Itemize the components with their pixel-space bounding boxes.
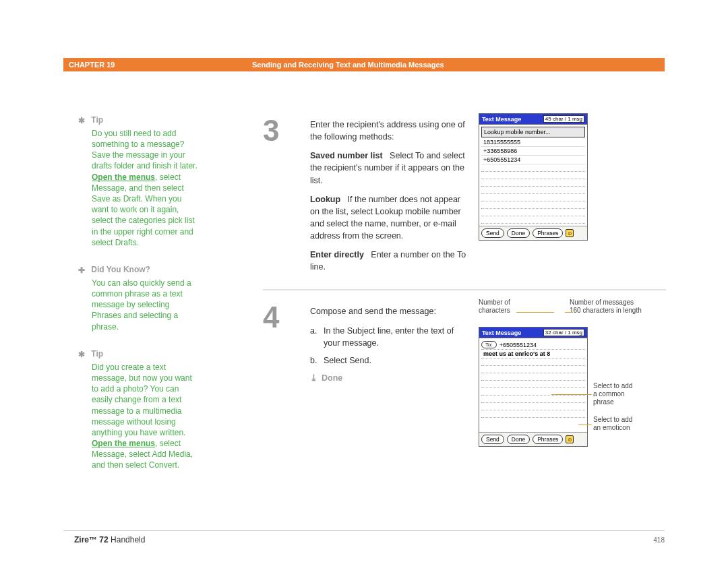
number-row[interactable]: 18315555555: [481, 138, 585, 147]
annotation-phrase: Select to add a common phrase: [593, 382, 632, 406]
open-menus-link[interactable]: Open the menus: [92, 173, 155, 182]
send-button[interactable]: Send: [481, 435, 504, 444]
char-counter: 32 char / 1 msg: [543, 329, 584, 336]
annotation-msgs: Number of messages160 characters in leng…: [570, 299, 642, 315]
footer-rule: [63, 530, 665, 531]
step-text: Compose and send the message: a.In the S…: [310, 300, 479, 384]
phrases-button[interactable]: Phrases: [533, 228, 563, 238]
step-text: Enter the recipient's address using one …: [310, 113, 479, 280]
chapter-title: Sending and Receiving Text and Multimedi…: [252, 61, 444, 69]
step-screenshot: Number ofcharacters Number of messages16…: [479, 300, 666, 447]
smiley-icon[interactable]: ☺: [566, 229, 574, 237]
did-you-know-block: ✚ Did You Know? You can also quickly sen…: [78, 264, 198, 332]
done-button[interactable]: Done: [507, 435, 530, 444]
step-4: 4 Compose and send the message: a.In the…: [263, 300, 666, 456]
tip-block-2: ✱ Tip Did you create a text message, but…: [78, 348, 198, 471]
dyk-body: You can also quickly send a common phras…: [92, 278, 198, 332]
palm-device-mock: Text Message 45 char / 1 msg Lookup mobi…: [479, 113, 588, 241]
number-row[interactable]: +6505551234: [481, 156, 585, 164]
tip-label: Tip: [91, 115, 103, 125]
asterisk-icon: ✱: [78, 115, 86, 126]
char-counter: 45 char / 1 msg: [543, 115, 584, 123]
footer-brand: Zire™ 72 Handheld: [74, 535, 145, 544]
send-button[interactable]: Send: [481, 228, 504, 238]
phrases-button[interactable]: Phrases: [533, 435, 563, 444]
page-footer: Zire™ 72 Handheld 418: [74, 535, 665, 544]
page-number: 418: [653, 536, 665, 544]
lookup-dropdown[interactable]: Lookup mobile number...: [481, 127, 585, 137]
steps-panel: 3 Enter the recipient's address using on…: [263, 113, 666, 466]
palm-titlebar: Text Message 45 char / 1 msg: [479, 114, 587, 125]
tip-block-1: ✱ Tip Do you still need to add something…: [78, 115, 198, 248]
down-arrow-icon: ⤓: [310, 372, 317, 384]
plus-icon: ✚: [78, 265, 86, 276]
tip-body: Did you create a text message, but now y…: [92, 362, 198, 471]
chapter-header: CHAPTER 19 Sending and Receiving Text an…: [63, 58, 665, 71]
chapter-label: CHAPTER 19: [69, 61, 115, 69]
step-number: 3: [263, 113, 310, 146]
step-3: 3 Enter the recipient's address using on…: [263, 113, 666, 290]
asterisk-icon: ✱: [78, 349, 86, 360]
done-button[interactable]: Done: [507, 228, 530, 238]
sidebar: ✱ Tip Do you still need to add something…: [78, 115, 198, 487]
smiley-icon[interactable]: ☺: [566, 435, 574, 443]
palm-device-mock: Text Message 32 char / 1 msg To: +650555…: [479, 327, 588, 447]
dyk-label: Did You Know?: [91, 265, 150, 274]
tip-label: Tip: [91, 349, 103, 358]
open-menus-link[interactable]: Open the menus: [92, 439, 155, 448]
annotation-chars: Number ofcharacters: [479, 299, 510, 315]
step-number: 4: [263, 300, 310, 332]
message-text[interactable]: meet us at enrico's at 8: [481, 350, 585, 358]
annotation-emoticon: Select to add an emoticon: [593, 416, 632, 432]
to-number: +6505551234: [499, 342, 537, 348]
number-row[interactable]: +336558986: [481, 147, 585, 156]
tip-body: Do you still need to add something to a …: [92, 128, 198, 248]
to-button[interactable]: To:: [481, 341, 497, 348]
palm-titlebar: Text Message 32 char / 1 msg: [479, 327, 587, 338]
done-marker: ⤓ Done: [310, 372, 466, 384]
step-screenshot: Text Message 45 char / 1 msg Lookup mobi…: [479, 113, 666, 241]
